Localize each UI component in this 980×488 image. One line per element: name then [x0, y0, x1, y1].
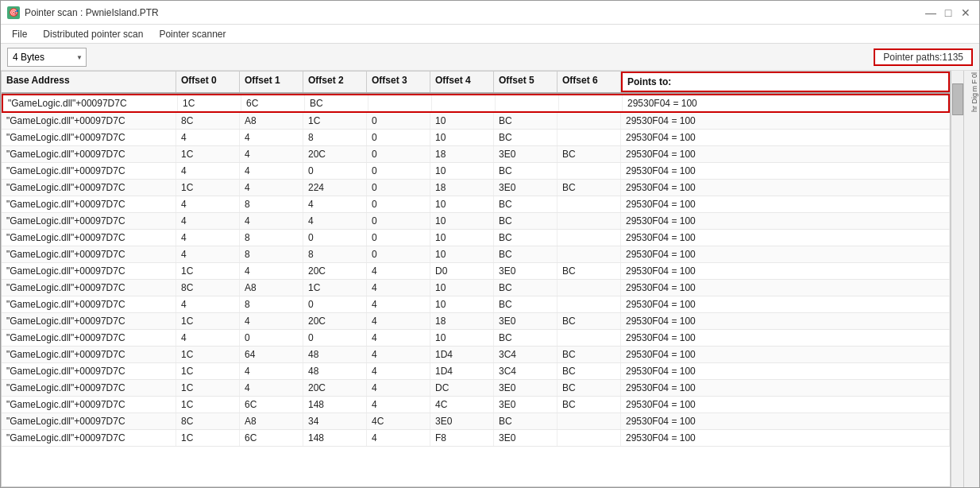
table-row[interactable]: "GameLogic.dll"+00097D7C1C6C14844C3E0BC2… — [2, 397, 950, 413]
table-cell: 29530F04 = 100 — [621, 330, 950, 346]
table-cell — [558, 296, 621, 312]
table-cell: 48 — [303, 347, 367, 362]
table-cell: BC — [558, 380, 621, 396]
table-row[interactable]: "GameLogic.dll"+00097D7C484010BC29530F04… — [2, 196, 950, 213]
table-cell — [558, 196, 621, 212]
right-panel-item-0[interactable]: 0l — [965, 72, 978, 78]
pointer-paths-badge: Pointer paths:1135 — [874, 48, 973, 66]
table-row[interactable]: "GameLogic.dll"+00097D7C1C6C1484F83E0295… — [2, 430, 950, 447]
table-cell: BC — [494, 246, 558, 262]
table-cell: 4 — [176, 246, 240, 262]
table-cell: 1C — [176, 146, 240, 162]
header-offset6: Offset 6 — [558, 72, 621, 92]
table-cell: D0 — [430, 263, 494, 279]
table-cell: 4 — [176, 213, 240, 229]
table-row[interactable]: "GameLogic.dll"+00097D7C1C6CBC29530F04 =… — [2, 94, 950, 113]
table-cell — [368, 95, 432, 111]
menu-file[interactable]: File — [6, 27, 33, 41]
right-panel-item-2[interactable]: m — [965, 86, 978, 92]
table-cell: 4 — [367, 397, 430, 412]
table-cell: DC — [430, 380, 494, 396]
table-cell: BC — [558, 347, 621, 362]
table-cell: 20C — [303, 380, 367, 396]
table-cell: 29530F04 = 100 — [621, 113, 950, 129]
table-row[interactable]: "GameLogic.dll"+00097D7C488010BC29530F04… — [2, 246, 950, 263]
table-cell: 29530F04 = 100 — [621, 380, 950, 396]
app-icon: 🎯 — [7, 6, 20, 19]
table-cell: 148 — [303, 430, 367, 446]
table-cell: 8 — [240, 296, 303, 312]
header-offset3: Offset 3 — [367, 72, 430, 92]
header-points-to: Points to: — [621, 72, 950, 92]
table-cell: 3E0 — [494, 313, 558, 329]
table-cell: "GameLogic.dll"+00097D7C — [2, 163, 176, 179]
maximize-button[interactable]: □ — [941, 6, 955, 20]
table-cell: 4 — [240, 263, 303, 279]
table-row[interactable]: "GameLogic.dll"+00097D7C1C42240183E0BC29… — [2, 180, 950, 196]
table-cell: A8 — [240, 280, 303, 296]
menu-distributed[interactable]: Distributed pointer scan — [37, 27, 149, 41]
table-cell: "GameLogic.dll"+00097D7C — [2, 296, 176, 312]
scrollbar[interactable] — [951, 71, 963, 487]
right-panel-item-4[interactable]: hr — [965, 106, 978, 112]
table-cell: BC — [494, 163, 558, 179]
table-cell: BC — [494, 230, 558, 246]
table-row[interactable]: "GameLogic.dll"+00097D7C448010BC29530F04… — [2, 130, 950, 146]
table-row[interactable]: "GameLogic.dll"+00097D7C400410BC29530F04… — [2, 330, 950, 347]
table-row[interactable]: "GameLogic.dll"+00097D7C8CA8344C3E0BC295… — [2, 413, 950, 430]
table-row[interactable]: "GameLogic.dll"+00097D7C480010BC29530F04… — [2, 230, 950, 246]
table-cell: 10 — [430, 113, 494, 129]
table-cell: 8 — [240, 196, 303, 212]
close-button[interactable]: ✕ — [959, 6, 973, 20]
bytes-dropdown[interactable]: 1 Byte 2 Bytes 4 Bytes 8 Bytes — [7, 48, 87, 67]
table-row[interactable]: "GameLogic.dll"+00097D7C8CA81C410BC29530… — [2, 280, 950, 296]
table-cell: 4 — [303, 196, 367, 212]
title-bar: 🎯 Pointer scan : PwnieIsland.PTR — □ ✕ — [1, 1, 979, 25]
table-row[interactable]: "GameLogic.dll"+00097D7C440010BC29530F04… — [2, 163, 950, 180]
table-cell — [558, 413, 621, 429]
table-cell: 3E0 — [494, 397, 558, 412]
table-row[interactable]: "GameLogic.dll"+00097D7C1C420C4D03E0BC29… — [2, 263, 950, 280]
table-row[interactable]: "GameLogic.dll"+00097D7C1C644841D43C4BC2… — [2, 347, 950, 363]
table-cell: 1C — [176, 313, 240, 329]
table-cell: 4 — [240, 146, 303, 162]
table-cell: BC — [494, 280, 558, 296]
right-panel-item-3[interactable]: Dig — [965, 93, 978, 104]
table-cell: BC — [494, 113, 558, 129]
table-cell: 0 — [303, 230, 367, 246]
table-row[interactable]: "GameLogic.dll"+00097D7C1C420C0183E0BC29… — [2, 146, 950, 163]
table-cell: 29530F04 = 100 — [621, 246, 950, 262]
table-cell: 1C — [176, 180, 240, 196]
scrollbar-thumb[interactable] — [952, 83, 963, 115]
table-cell: 6C — [241, 95, 305, 111]
table-row[interactable]: "GameLogic.dll"+00097D7C1C44841D43C4BC29… — [2, 363, 950, 380]
table-cell: 10 — [430, 246, 494, 262]
table-cell — [558, 246, 621, 262]
table-cell: 10 — [430, 213, 494, 229]
table-cell: 3C4 — [494, 363, 558, 379]
table-cell — [558, 163, 621, 179]
minimize-button[interactable]: — — [924, 6, 938, 20]
table-cell: 4 — [367, 330, 430, 346]
table-body: "GameLogic.dll"+00097D7C1C6CBC29530F04 =… — [2, 94, 950, 486]
table-cell: 4 — [367, 347, 430, 362]
table-cell: 10 — [430, 230, 494, 246]
table-cell: 4C — [430, 397, 494, 412]
table-cell: 148 — [303, 397, 367, 412]
table-cell: BC — [558, 363, 621, 379]
right-panel-item-1[interactable]: F — [965, 79, 978, 84]
table-row[interactable]: "GameLogic.dll"+00097D7C1C420C4183E0BC29… — [2, 313, 950, 330]
table-row[interactable]: "GameLogic.dll"+00097D7C480410BC29530F04… — [2, 296, 950, 313]
table-cell: 29530F04 = 100 — [621, 430, 950, 446]
table-cell: 18 — [430, 146, 494, 162]
table-cell: A8 — [240, 413, 303, 429]
table-row[interactable]: "GameLogic.dll"+00097D7C1C420C4DC3E0BC29… — [2, 380, 950, 397]
table-row[interactable]: "GameLogic.dll"+00097D7C8CA81C010BC29530… — [2, 113, 950, 130]
table-cell: 8 — [303, 246, 367, 262]
table-row[interactable]: "GameLogic.dll"+00097D7C444010BC29530F04… — [2, 213, 950, 230]
table-cell: 29530F04 = 100 — [621, 213, 950, 229]
table-cell: "GameLogic.dll"+00097D7C — [2, 363, 176, 379]
menu-pointer-scanner[interactable]: Pointer scanner — [152, 27, 232, 41]
table-cell: 1C — [176, 263, 240, 279]
table-cell: BC — [558, 146, 621, 162]
